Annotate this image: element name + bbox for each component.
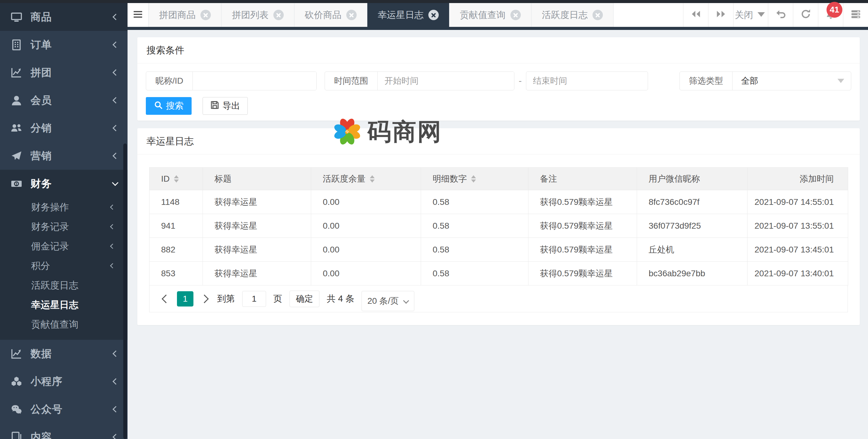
sidebar-item-label: 公众号 bbox=[31, 402, 63, 416]
sidebar-subitem-佣金记录[interactable]: 佣金记录 bbox=[0, 237, 127, 256]
sidebar-item-分销[interactable]: 分销 bbox=[0, 114, 127, 142]
refresh-button[interactable] bbox=[793, 3, 818, 27]
filter-type-label: 筛选类型 bbox=[680, 72, 733, 90]
fast-forward-icon bbox=[715, 8, 726, 22]
chevron-down-icon bbox=[404, 299, 408, 303]
current-page-button[interactable]: 1 bbox=[177, 291, 193, 306]
close-icon[interactable] bbox=[346, 10, 356, 20]
fast-forward-button[interactable] bbox=[708, 3, 733, 27]
table-cell: 941 bbox=[150, 214, 203, 238]
table-cell: 853 bbox=[150, 262, 203, 286]
chevron-left-icon bbox=[110, 205, 115, 210]
close-icon[interactable] bbox=[200, 10, 211, 20]
sidebar-subitem-贡献值查询[interactable]: 贡献值查询 bbox=[0, 315, 127, 334]
next-page-button[interactable] bbox=[201, 294, 210, 303]
column-label: 添加时间 bbox=[800, 173, 834, 185]
tabbar-spacer bbox=[614, 3, 683, 27]
tab-拼团商品[interactable]: 拼团商品 bbox=[148, 3, 221, 27]
menu-toggle-button[interactable] bbox=[127, 3, 148, 27]
previous-page-button[interactable] bbox=[160, 294, 169, 303]
column-label: 明细数字 bbox=[433, 173, 467, 185]
sidebar-subitem-label: 积分 bbox=[31, 260, 50, 272]
column-header-添加时间: 添加时间 bbox=[747, 168, 848, 190]
chevron-left-icon bbox=[112, 97, 118, 104]
sidebar-item-财务[interactable]: 1财务 bbox=[0, 170, 127, 198]
notifications-button[interactable]: 41 bbox=[818, 3, 843, 27]
export-button-label: 导出 bbox=[222, 100, 240, 112]
sidebar-section: 分销 bbox=[0, 114, 127, 142]
sidebar-subitem-积分[interactable]: 积分 bbox=[0, 256, 127, 276]
tab-贡献值查询[interactable]: 贡献值查询 bbox=[449, 3, 531, 27]
sidebar-item-营销[interactable]: 营销 bbox=[0, 142, 127, 170]
tab-label: 幸运星日志 bbox=[378, 9, 424, 21]
sidebar-item-商品[interactable]: 商品 bbox=[0, 3, 127, 31]
end-time-input[interactable] bbox=[526, 71, 648, 90]
sort-icon bbox=[174, 175, 179, 182]
task-list-button[interactable] bbox=[843, 3, 868, 27]
start-time-input[interactable] bbox=[378, 72, 514, 90]
column-header-ID[interactable]: ID bbox=[150, 168, 203, 190]
table-cell: 0.58 bbox=[421, 238, 528, 262]
fast-backward-button[interactable] bbox=[683, 3, 708, 27]
sidebar-subitem-活跃度日志[interactable]: 活跃度日志 bbox=[0, 276, 127, 295]
table-row: 1148获得幸运星0.000.58获得0.579颗幸运星8fc736c0c97f… bbox=[150, 190, 848, 214]
log-panel: 幸运星日志 ID标题活跃度余量明细数字备注用户微信昵称添加时间 1148获得幸运… bbox=[137, 128, 860, 325]
sidebar-item-小程序[interactable]: 小程序 bbox=[0, 368, 127, 396]
close-icon[interactable] bbox=[428, 10, 439, 20]
sidebar-item-内容[interactable]: 内容 bbox=[0, 423, 127, 439]
sidebar-section: 内容 bbox=[0, 423, 127, 439]
table-cell: 丘处机 bbox=[637, 238, 747, 262]
chevron-left-icon bbox=[110, 244, 115, 249]
nickname-input[interactable] bbox=[193, 72, 316, 90]
column-label: 用户微信昵称 bbox=[649, 173, 700, 185]
tab-活跃度日志[interactable]: 活跃度日志 bbox=[531, 3, 614, 27]
caret-down-icon bbox=[756, 8, 767, 22]
search-button[interactable]: 搜索 bbox=[146, 97, 192, 115]
tab-label: 活跃度日志 bbox=[542, 9, 588, 21]
goto-confirm-button[interactable]: 确定 bbox=[289, 291, 319, 307]
sidebar-item-拼团[interactable]: 拼团 bbox=[0, 59, 127, 86]
table-row: 853获得幸运星0.000.58获得0.579颗幸运星bc36ab29e7bb2… bbox=[150, 262, 848, 286]
table-cell: 获得0.579颗幸运星 bbox=[528, 190, 637, 214]
column-header-明细数字[interactable]: 明细数字 bbox=[421, 168, 528, 190]
tab-拼团列表[interactable]: 拼团列表 bbox=[221, 3, 294, 27]
filter-type-value: 全部 bbox=[741, 75, 758, 87]
column-header-用户微信昵称: 用户微信昵称 bbox=[637, 168, 747, 190]
column-header-标题: 标题 bbox=[203, 168, 311, 190]
close-icon[interactable] bbox=[510, 10, 521, 20]
table-cell: 882 bbox=[150, 238, 203, 262]
sort-icon bbox=[370, 175, 375, 182]
sidebar-item-数据[interactable]: 数据 bbox=[0, 340, 127, 368]
sidebar-item-会员[interactable]: 会员 bbox=[0, 86, 127, 114]
paper-plane-icon bbox=[10, 150, 23, 162]
goto-page-input[interactable] bbox=[242, 291, 266, 307]
sidebar: 商品订单拼团会员分销营销1财务财务操作财务记录佣金记录积分活跃度日志幸运星日志贡… bbox=[0, 3, 127, 439]
close-tabs-dropdown[interactable]: 关闭 bbox=[733, 3, 768, 27]
close-icon[interactable] bbox=[273, 10, 284, 20]
time-range-separator: - bbox=[519, 76, 522, 86]
table-cell: 0.00 bbox=[311, 238, 421, 262]
tab-砍价商品[interactable]: 砍价商品 bbox=[294, 3, 367, 27]
sidebar-section: 数据 bbox=[0, 340, 127, 368]
sidebar-subitem-财务记录[interactable]: 财务记录 bbox=[0, 217, 127, 237]
content-area: 搜索条件 昵称/ID 时间范围 - 筛选类型 全部 bbox=[127, 30, 868, 439]
table-cell: 获得幸运星 bbox=[203, 214, 311, 238]
log-panel-title: 幸运星日志 bbox=[147, 135, 194, 148]
filter-type-select[interactable]: 全部 bbox=[733, 72, 851, 90]
sidebar-item-公众号[interactable]: 公众号 bbox=[0, 396, 127, 423]
export-button[interactable]: 导出 bbox=[203, 97, 248, 115]
chevron-left-icon bbox=[112, 14, 118, 20]
page-size-select[interactable]: 20 条/页 bbox=[362, 291, 414, 311]
sidebar-subitem-财务操作[interactable]: 财务操作 bbox=[0, 198, 127, 217]
sidebar-subitem-幸运星日志[interactable]: 幸运星日志 bbox=[0, 295, 127, 315]
table-cell: 36f0773d9f25 bbox=[637, 214, 747, 238]
sidebar-scrollbar-thumb[interactable] bbox=[123, 144, 127, 439]
sidebar-item-订单[interactable]: 订单 bbox=[0, 31, 127, 59]
tab-幸运星日志[interactable]: 幸运星日志 bbox=[367, 3, 449, 27]
close-icon[interactable] bbox=[592, 10, 603, 20]
column-header-活跃度余量[interactable]: 活跃度余量 bbox=[311, 168, 421, 190]
column-label: 活跃度余量 bbox=[323, 173, 366, 185]
cubes-icon bbox=[10, 376, 23, 388]
undo-button[interactable] bbox=[768, 3, 793, 27]
sidebar-section: 1财务财务操作财务记录佣金记录积分活跃度日志幸运星日志贡献值查询 bbox=[0, 170, 127, 340]
